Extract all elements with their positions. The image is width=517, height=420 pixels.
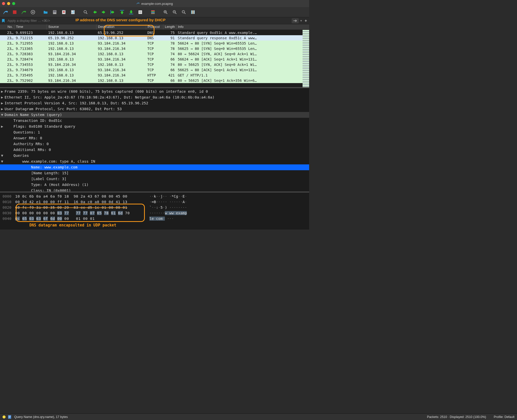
hex-row[interactable]: 001000 3d 42 e1 00 00 ff 11 16 0a c0 a8 … xyxy=(0,199,309,205)
svg-rect-20 xyxy=(151,12,155,13)
svg-rect-17 xyxy=(139,13,142,13)
svg-rect-4 xyxy=(53,11,56,11)
detail-line[interactable]: Transaction ID: 0xd51c xyxy=(0,118,309,124)
detail-line[interactable]: Class: IN (0x0001) xyxy=(0,188,309,192)
detail-line[interactable]: Name: www.example.com xyxy=(0,164,309,170)
auto-scroll-button[interactable] xyxy=(136,8,144,16)
svg-rect-0 xyxy=(13,10,16,14)
svg-rect-15 xyxy=(139,11,142,12)
svg-line-10 xyxy=(86,12,87,14)
detail-line[interactable]: ▶Frame 2359: 75 bytes on wire (600 bits)… xyxy=(0,89,309,94)
detail-line[interactable]: Additional RRs: 0 xyxy=(0,147,309,153)
detail-line[interactable]: Answer RRs: 0 xyxy=(0,135,309,141)
save-file-button[interactable] xyxy=(51,8,59,16)
packet-row[interactable]: 23…9.735495192.168.0.1393.184.216.34HTTP… xyxy=(0,72,309,78)
display-filter-bar: ▾ + xyxy=(0,17,309,24)
go-last-button[interactable] xyxy=(127,8,135,16)
packet-row[interactable]: 23…9.699123192.168.0.1365.19.96.252DNS75… xyxy=(0,30,309,35)
svg-rect-33 xyxy=(192,10,193,14)
hex-row[interactable]: 000010 0c 6b 0a a4 6a f0 18 98 2a 43 67 … xyxy=(0,194,309,199)
packet-row[interactable]: 23…9.75290293.184.216.34192.168.0.13TCP6… xyxy=(0,78,309,83)
annotation-bottom: DNS datagram encapsulted in UDP packet xyxy=(29,222,116,228)
title-text: example-com.pcapng xyxy=(141,2,173,6)
packet-row[interactable]: 23…9.71221565.19.96.252192.168.0.13DNS91… xyxy=(0,35,309,41)
resize-columns-button[interactable] xyxy=(189,8,197,16)
packet-row[interactable]: 23…9.73455393.184.216.34192.168.0.13TCP7… xyxy=(0,62,309,67)
wireshark-icon xyxy=(136,2,140,6)
svg-rect-21 xyxy=(151,13,155,14)
detail-line[interactable]: ▶User Datagram Protocol, Src Port: 63802… xyxy=(0,106,309,112)
hex-row[interactable]: 003000 00 00 00 00 00 03 77 77 77 07 65 … xyxy=(0,210,309,216)
capture-options-button[interactable] xyxy=(29,8,37,16)
detail-line[interactable]: ▼ www.example.com: type A, class IN xyxy=(0,159,309,164)
svg-rect-12 xyxy=(120,10,124,10)
packet-row[interactable]: 23…9.72838393.184.216.34192.168.0.13TCP7… xyxy=(0,51,309,56)
zoom-out-button[interactable] xyxy=(171,8,179,16)
column-destination[interactable]: Destination xyxy=(96,24,146,30)
svg-line-30 xyxy=(184,12,186,14)
packet-row[interactable]: 23…9.713365192.168.0.1393.184.216.34TCP7… xyxy=(0,46,309,51)
svg-text:=: = xyxy=(183,11,184,12)
display-filter-input[interactable] xyxy=(7,18,291,23)
svg-rect-18 xyxy=(151,10,155,11)
detail-line[interactable]: ▼Domain Name System (query) xyxy=(0,112,309,118)
zoom-in-button[interactable] xyxy=(162,8,170,16)
window-titlebar: example-com.pcapng xyxy=(0,0,309,7)
packet-row[interactable]: 23…9.728474192.168.0.1393.184.216.34TCP6… xyxy=(0,56,309,62)
zoom-reset-button[interactable]: = xyxy=(180,8,188,16)
svg-rect-13 xyxy=(129,14,133,14)
go-forward-button[interactable] xyxy=(100,8,108,16)
svg-point-2 xyxy=(32,11,34,13)
packet-row[interactable]: 23…9.712955192.168.0.1393.184.216.34TCP7… xyxy=(0,41,309,46)
main-toolbar: = xyxy=(0,7,309,17)
column-length[interactable]: Length xyxy=(163,24,176,30)
svg-rect-19 xyxy=(151,11,155,12)
column-time[interactable]: Time xyxy=(14,24,47,30)
column-info[interactable]: Info xyxy=(176,24,309,30)
column-source[interactable]: Source xyxy=(47,24,96,30)
open-file-button[interactable] xyxy=(42,8,50,16)
bookmark-icon[interactable] xyxy=(1,18,6,23)
detail-line[interactable]: ▶Ethernet II, Src: Apple_2a:43:67 (f0:18… xyxy=(0,94,309,100)
find-packet-button[interactable] xyxy=(82,8,90,16)
column-protocol[interactable]: Protocol xyxy=(146,24,163,30)
svg-line-23 xyxy=(166,12,167,14)
svg-rect-6 xyxy=(53,12,56,12)
packet-list-header[interactable]: No. Time Source Destination Protocol Len… xyxy=(0,24,309,30)
column-no[interactable]: No. xyxy=(0,24,14,30)
close-file-button[interactable] xyxy=(60,8,68,16)
restart-capture-button[interactable] xyxy=(20,8,28,16)
packet-row[interactable]: 23…9.734679192.168.0.1393.184.216.34TCP6… xyxy=(0,67,309,72)
packet-minimap[interactable] xyxy=(303,30,309,87)
detail-line[interactable]: Authority RRs: 0 xyxy=(0,141,309,147)
go-back-button[interactable] xyxy=(91,8,99,16)
svg-rect-5 xyxy=(53,11,56,12)
go-first-button[interactable] xyxy=(118,8,126,16)
detail-line[interactable]: ▼ Queries xyxy=(0,153,309,159)
start-capture-button[interactable] xyxy=(2,8,10,16)
detail-line[interactable]: [Label Count: 3] xyxy=(0,176,309,182)
hex-row[interactable]: 002060 fc f9 3a 00 35 00 29 83 ee d5 1c … xyxy=(0,205,309,210)
svg-line-27 xyxy=(175,12,176,14)
detail-line[interactable]: [Name Length: 15] xyxy=(0,170,309,176)
reload-file-button[interactable] xyxy=(69,8,77,16)
svg-rect-34 xyxy=(194,10,195,14)
go-to-packet-button[interactable] xyxy=(109,8,117,16)
detail-line[interactable]: Questions: 1 xyxy=(0,129,309,135)
svg-rect-32 xyxy=(191,10,192,14)
svg-rect-16 xyxy=(139,12,142,12)
packet-details-pane[interactable]: ▶Frame 2359: 75 bytes on wire (600 bits)… xyxy=(0,87,309,192)
filter-apply-button[interactable] xyxy=(292,18,299,23)
window-title: example-com.pcapng xyxy=(0,2,309,6)
detail-line[interactable]: Type: A (Host Address) (1) xyxy=(0,182,309,188)
filter-add-button[interactable]: + xyxy=(304,18,308,23)
detail-line[interactable]: ▶ Flags: 0x0100 Standard query xyxy=(0,124,309,129)
colorize-button[interactable] xyxy=(149,8,157,16)
detail-line[interactable]: ▶Internet Protocol Version 4, Src: 192.1… xyxy=(0,100,309,106)
stop-capture-button[interactable] xyxy=(11,8,19,16)
packet-list-pane[interactable]: No. Time Source Destination Protocol Len… xyxy=(0,24,309,87)
packet-bytes-pane[interactable]: 000010 0c 6b 0a a4 6a f0 18 98 2a 43 67 … xyxy=(0,192,309,230)
svg-rect-11 xyxy=(111,10,111,14)
hex-row[interactable]: 00406c 65 03 63 6f 6d 00 00 01 00 01le·c… xyxy=(0,216,309,221)
